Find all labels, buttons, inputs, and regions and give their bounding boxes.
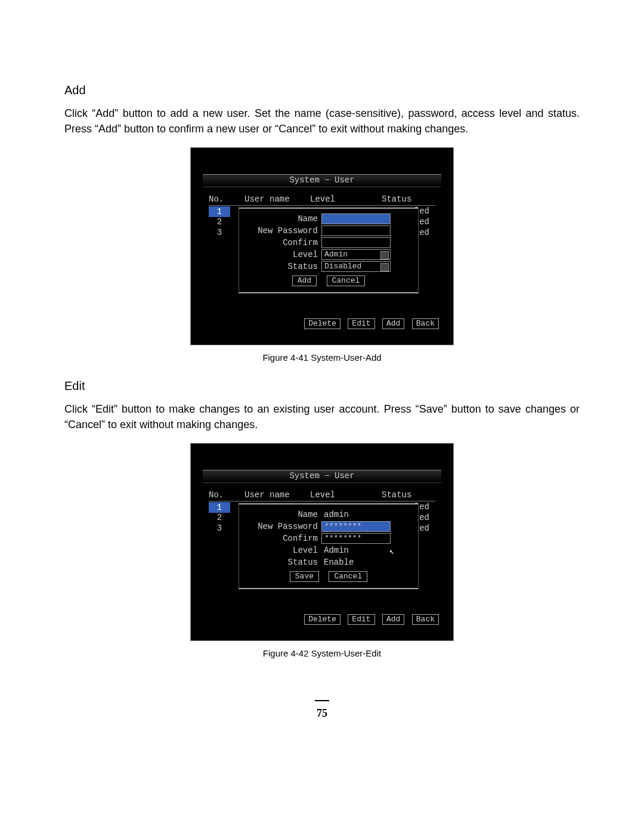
col-level: Level bbox=[310, 194, 335, 204]
col-level: Level bbox=[310, 490, 335, 500]
status-label: Status bbox=[245, 261, 318, 272]
table-row[interactable]: 1 bbox=[209, 206, 230, 217]
table-row[interactable]: 2 bbox=[209, 217, 230, 227]
level-value: Admin bbox=[324, 545, 349, 556]
add-footer-button[interactable]: Add bbox=[382, 318, 404, 329]
table-row[interactable]: 3 bbox=[209, 524, 230, 533]
add-user-dialog: Name New Password Confirm Level Admin bbox=[239, 208, 419, 293]
heading-edit: Edit bbox=[64, 379, 580, 393]
confirm-label: Confirm bbox=[245, 533, 318, 544]
paragraph-edit: Click “Edit” button to make changes to a… bbox=[64, 401, 580, 432]
add-footer-button[interactable]: Add bbox=[382, 614, 404, 625]
level-label: Level bbox=[245, 545, 318, 556]
table-row[interactable]: 1 bbox=[209, 502, 230, 513]
name-label: Name bbox=[245, 213, 318, 224]
edit-button[interactable]: Edit bbox=[348, 318, 374, 329]
heading-add: Add bbox=[64, 83, 580, 97]
table-row[interactable]: 2 bbox=[209, 513, 230, 522]
level-dropdown[interactable]: Admin bbox=[321, 249, 391, 260]
status-label: Status bbox=[245, 557, 318, 568]
edit-button[interactable]: Edit bbox=[348, 614, 374, 625]
confirm-label: Confirm bbox=[245, 237, 318, 248]
screenshot-edit: System − User No. User name Level Status… bbox=[190, 443, 454, 641]
footer-buttons: Delete Edit Add Back bbox=[302, 318, 439, 329]
newpw-input[interactable] bbox=[321, 225, 391, 236]
screenshot-add: System − User No. User name Level Status… bbox=[190, 147, 454, 345]
col-no: No. bbox=[209, 194, 224, 204]
col-user: User name bbox=[244, 490, 290, 500]
newpw-label: New Password bbox=[245, 225, 318, 236]
footer-buttons: Delete Edit Add Back bbox=[302, 614, 439, 625]
cancel-button[interactable]: Cancel bbox=[327, 275, 366, 286]
table-row[interactable]: 3 bbox=[209, 228, 230, 237]
confirm-input[interactable]: ******** bbox=[321, 533, 391, 544]
window-title: System − User bbox=[203, 174, 441, 187]
back-button[interactable]: Back bbox=[412, 614, 439, 625]
cancel-button[interactable]: Cancel bbox=[329, 571, 367, 582]
status-dropdown[interactable]: Disabled bbox=[321, 261, 391, 272]
save-button[interactable]: Save bbox=[290, 571, 319, 582]
figure-caption-edit: Figure 4-42 System-User-Edit bbox=[64, 648, 580, 658]
level-label: Level bbox=[245, 249, 318, 260]
edit-user-dialog: Name admin New Password ******** Confirm… bbox=[239, 503, 419, 589]
page-number: 75 bbox=[0, 696, 644, 720]
delete-button[interactable]: Delete bbox=[304, 614, 340, 625]
back-button[interactable]: Back bbox=[412, 318, 439, 329]
cursor-icon: ↖ bbox=[389, 546, 394, 556]
newpw-input[interactable]: ******** bbox=[321, 521, 391, 532]
col-no: No. bbox=[209, 490, 224, 500]
status-value: Enable bbox=[324, 557, 354, 568]
col-user: User name bbox=[244, 194, 290, 204]
add-button[interactable]: Add bbox=[292, 275, 317, 286]
name-input[interactable] bbox=[321, 213, 391, 224]
newpw-label: New Password bbox=[245, 521, 318, 532]
col-status: Status bbox=[382, 194, 411, 204]
name-label: Name bbox=[245, 509, 318, 520]
paragraph-add: Click “Add” button to add a new user. Se… bbox=[64, 106, 580, 137]
name-value: admin bbox=[324, 509, 349, 520]
figure-caption-add: Figure 4-41 System-User-Add bbox=[64, 352, 580, 363]
window-title: System − User bbox=[203, 470, 441, 483]
col-status: Status bbox=[382, 490, 411, 500]
page-number-value: 75 bbox=[317, 707, 327, 719]
confirm-input[interactable] bbox=[321, 237, 391, 248]
delete-button[interactable]: Delete bbox=[304, 318, 340, 329]
